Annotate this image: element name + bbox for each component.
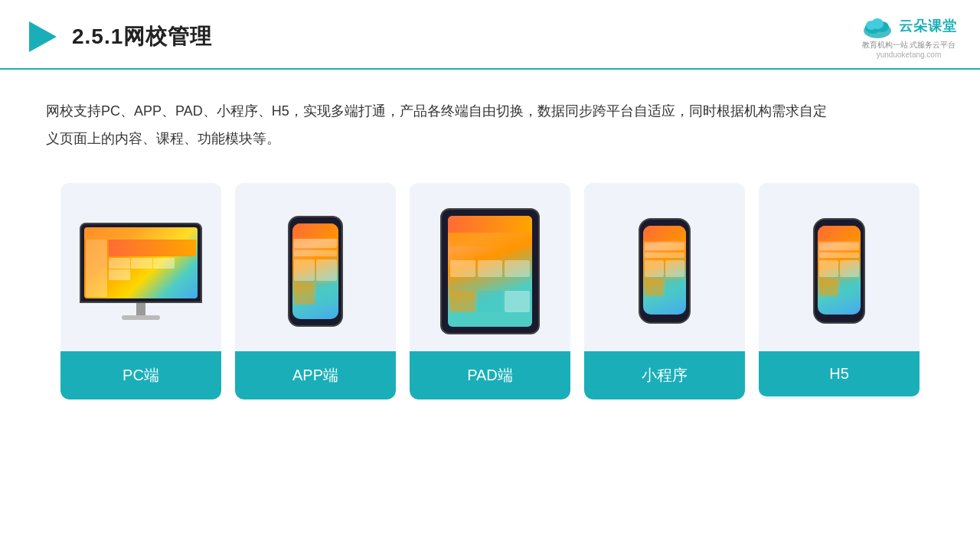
play-icon: [23, 18, 60, 55]
tab-block: [505, 291, 530, 312]
cards-container: PC端: [0, 168, 980, 415]
tab-block: [505, 260, 530, 277]
ps-card: [294, 283, 315, 305]
tablet-screen: [448, 216, 532, 327]
monitor-outer: [80, 223, 202, 303]
mini-ps-row: [645, 253, 684, 258]
card-image-h5: [759, 183, 920, 351]
card-mini: 小程序: [584, 183, 745, 399]
mini-ps-card: [819, 279, 838, 296]
logo-url: yunduoketang.com: [877, 51, 942, 59]
ms-cards: [109, 258, 196, 280]
logo-sub-text: 教育机构一站 式服务云平台: [862, 40, 956, 51]
mini-phone-outer-h5: [813, 218, 865, 324]
mini-ps-card: [645, 279, 664, 296]
phone-mockup-app: [288, 216, 343, 327]
mini-ps-card: [665, 279, 684, 296]
mini-ps-cards: [645, 279, 684, 296]
tablet-outer: [440, 208, 540, 334]
svg-point-5: [866, 21, 877, 30]
mini-phone-notch: [657, 222, 672, 226]
card-label-pad: PAD端: [410, 351, 570, 399]
logo-cloud: 云朵课堂: [861, 14, 957, 38]
page-title: 2.5.1网校管理: [72, 22, 212, 51]
ps-row: [294, 239, 337, 248]
tab-block: [478, 260, 503, 277]
mini-phone-screen-h5: [818, 226, 861, 315]
monitor-base: [122, 315, 160, 320]
card-image-pad: [410, 183, 570, 351]
ms-card: [153, 258, 175, 269]
phone-content-app: [294, 239, 337, 318]
mini-ps-content-h5: [819, 243, 859, 313]
header-left: 2.5.1网校管理: [23, 18, 212, 55]
card-image-pc: [60, 183, 221, 351]
ms-main: [109, 240, 196, 297]
cloud-logo-icon: [861, 14, 894, 38]
ps-card: [294, 259, 315, 281]
ms-card: [109, 269, 130, 280]
card-pc: PC端: [60, 183, 221, 399]
ps-cards: [294, 283, 337, 305]
phone-mockup-mini: [639, 218, 691, 324]
mini-ps-row: [645, 243, 684, 250]
card-image-app: [235, 183, 396, 351]
tablet-content: [450, 233, 530, 324]
card-h5: H5: [759, 183, 920, 399]
ms-sidebar: [86, 240, 107, 297]
card-label-app: APP端: [235, 351, 396, 399]
mini-ps-card: [819, 260, 838, 277]
ps-card: [316, 283, 337, 305]
mini-phone-outer: [639, 218, 691, 324]
mini-ps-row: [819, 243, 859, 250]
monitor-detail: [86, 240, 196, 297]
tab-block: [450, 260, 475, 277]
mini-ps-card: [840, 279, 859, 296]
mini-ps-card: [645, 260, 664, 277]
tab-block: [450, 291, 475, 312]
monitor-mockup: [80, 223, 202, 320]
mini-ps-content: [645, 243, 684, 313]
card-label-pc: PC端: [60, 351, 221, 399]
mini-phone-screen: [643, 226, 686, 315]
ms-banner: [109, 240, 196, 256]
mini-phone-notch-h5: [831, 222, 847, 226]
logo-text: 云朵课堂: [899, 17, 957, 35]
ms-card: [131, 258, 152, 269]
mini-ps-cards: [819, 260, 859, 277]
ms-card: [109, 258, 130, 269]
phone-screen-app: [292, 223, 338, 319]
ps-card: [316, 259, 337, 281]
mini-ps-cards: [819, 279, 859, 296]
tab-block-wide: [450, 233, 530, 246]
description-text: 网校支持PC、APP、PAD、小程序、H5，实现多端打通，产品各终端自由切换，数…: [0, 70, 880, 168]
phone-mockup-h5: [813, 218, 865, 324]
mini-ps-cards: [645, 260, 684, 277]
tab-block: [478, 291, 503, 312]
card-app: APP端: [235, 183, 396, 399]
phone-outer-app: [288, 216, 343, 327]
logo-area: 云朵课堂 教育机构一站 式服务云平台 yunduoketang.com: [861, 14, 957, 59]
monitor-stand: [136, 303, 145, 315]
card-image-mini: [584, 183, 745, 351]
mini-ps-card: [665, 260, 684, 277]
ps-row: [294, 250, 337, 256]
mini-ps-card: [840, 260, 859, 277]
page-header: 2.5.1网校管理 云朵课堂 教育机构一站 式服务云平台 yunduoketan…: [0, 0, 980, 70]
svg-marker-0: [29, 21, 57, 52]
card-label-h5: H5: [759, 351, 920, 396]
card-label-mini: 小程序: [584, 351, 745, 399]
tablet-mockup: [440, 208, 540, 334]
phone-notch-app: [307, 219, 324, 223]
monitor-screen: [84, 227, 198, 298]
card-pad: PAD端: [410, 183, 570, 399]
mini-ps-row: [819, 253, 859, 258]
ps-cards: [294, 259, 337, 281]
